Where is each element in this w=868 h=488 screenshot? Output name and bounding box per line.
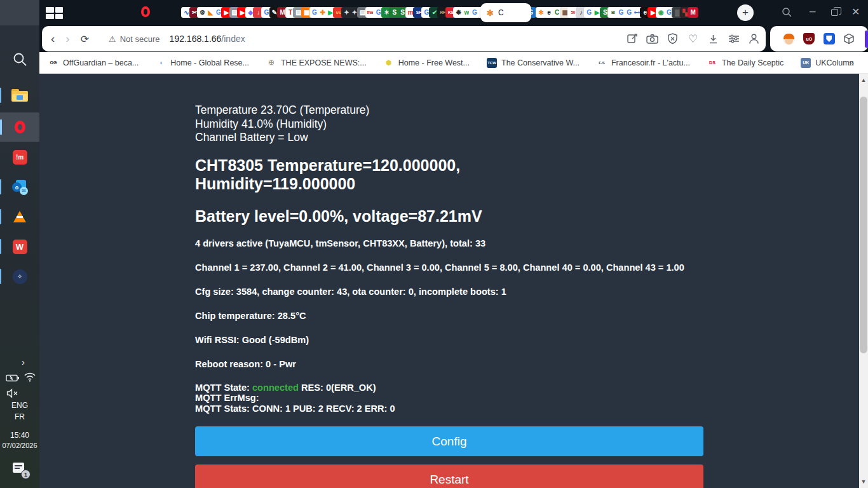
bookmark-item[interactable]: ✠THE EXPOSE NEWS:... [266, 58, 367, 68]
browser-tab[interactable]: ✔ [429, 7, 437, 18]
volume-muted-icon[interactable] [6, 388, 19, 398]
browser-tab[interactable]: M [277, 7, 285, 18]
ublock-extension-icon[interactable]: uO [803, 32, 815, 46]
browser-tab[interactable]: SF [413, 7, 421, 18]
browser-tab[interactable]: ✎ [269, 7, 278, 18]
browser-tab[interactable]: ▶ [325, 7, 334, 18]
taskbar-app-vlc[interactable] [0, 202, 39, 231]
bookmarks-overflow-chevron[interactable]: » [849, 57, 854, 68]
browser-tab[interactable]: ❋ [453, 7, 461, 18]
bitwarden-extension-icon[interactable] [824, 32, 836, 46]
config-button[interactable]: Config [195, 426, 703, 456]
browser-tab[interactable]: ▶ [221, 7, 229, 18]
bookmark-item[interactable]: TCWThe Conservative W... [487, 58, 580, 68]
download-icon[interactable] [707, 32, 720, 46]
browser-tab[interactable]: ✻ [536, 7, 544, 18]
clock[interactable]: 15:40 [0, 431, 39, 440]
opera-menu-icon[interactable] [141, 6, 150, 17]
taskbar-app-opera[interactable] [0, 112, 39, 142]
sidebar-pill-icon[interactable] [865, 30, 868, 48]
browser-tab[interactable]: ▦ [560, 7, 568, 18]
taskbar-app-search[interactable] [0, 44, 39, 74]
close-button[interactable]: ✕ [851, 6, 860, 18]
active-tab[interactable]: ✻ C [480, 3, 531, 22]
browser-tab[interactable]: ∪∪ [333, 7, 341, 18]
bookmark-item[interactable]: OGOffGuardian – beca... [48, 58, 139, 68]
browser-tab[interactable]: w [461, 7, 470, 18]
browser-tab[interactable]: RF [437, 7, 445, 18]
browser-tab[interactable]: ✚ [317, 7, 325, 18]
browser-tab[interactable]: KS [445, 7, 454, 18]
browser-tab[interactable]: ✶ [381, 7, 390, 18]
browser-tab[interactable]: S [600, 7, 608, 18]
browser-tab[interactable]: e [640, 7, 648, 18]
browser-tab[interactable]: free [365, 7, 374, 18]
browser-tab[interactable]: ▓ [672, 7, 680, 18]
browser-tab[interactable]: T [285, 7, 294, 18]
browser-tab[interactable]: G [584, 7, 592, 18]
tweaks-sliders-icon[interactable] [727, 32, 740, 46]
browser-tab[interactable]: G [421, 7, 430, 18]
scroll-down-arrow[interactable]: ▼ [859, 477, 868, 487]
language-indicator[interactable]: ENG [0, 401, 39, 410]
browser-tab[interactable]: ▤ [229, 7, 238, 18]
browser-tab[interactable]: G [616, 7, 624, 18]
snapshot-camera-icon[interactable] [646, 32, 659, 46]
browser-tab[interactable]: ▶ [237, 7, 245, 18]
wifi-icon[interactable] [24, 372, 36, 382]
minimize-button[interactable]: – [810, 5, 815, 18]
security-chip[interactable]: ⚠ Not secure [109, 34, 160, 44]
windows-logo-icon[interactable] [46, 7, 63, 19]
new-tab-button[interactable]: + [737, 4, 754, 21]
browser-tab[interactable]: ▤ [293, 7, 301, 18]
start-button[interactable] [0, 0, 39, 25]
browser-tab[interactable]: ✦ [341, 7, 349, 18]
url-text[interactable]: 192.168.1.66/index [170, 34, 245, 44]
browser-tab[interactable]: ◆ [245, 7, 254, 18]
tray-expand-chevron[interactable]: › [22, 356, 25, 367]
scroll-up-arrow[interactable]: ▲ [859, 75, 868, 85]
browser-tab[interactable]: ◣ [205, 7, 214, 18]
browser-tab[interactable]: ✦ [349, 7, 357, 18]
browser-tab[interactable]: G [373, 7, 381, 18]
bookmark-item[interactable]: DSThe Daily Sceptic [707, 58, 783, 68]
bookmark-item[interactable]: ⬢Home - Free West... [384, 58, 470, 68]
shield-block-icon[interactable] [666, 32, 679, 46]
browser-tab[interactable]: G [309, 7, 318, 18]
taskbar-app-outlook[interactable]: o✉ [0, 172, 39, 201]
browser-tab[interactable]: G [664, 7, 672, 18]
browser-tab[interactable]: ✂ [189, 7, 198, 18]
scrollbar-thumb[interactable] [860, 97, 867, 353]
browser-tab[interactable]: ↓ [253, 7, 261, 18]
bookmark-item[interactable]: UKUKColumn [801, 58, 853, 68]
back-button[interactable]: ‹ [51, 32, 55, 46]
battery-icon[interactable] [6, 374, 20, 383]
browser-tab[interactable]: G [213, 7, 221, 18]
browser-tab[interactable]: ◉ [656, 7, 664, 18]
lion-extension-icon[interactable] [783, 32, 795, 46]
browser-tab[interactable]: ⊷ [632, 7, 640, 18]
bookmark-heart-icon[interactable]: ♡ [686, 32, 700, 46]
notification-center-icon[interactable]: 1 [13, 463, 28, 477]
bookmark-item[interactable]: ◖Home - Global Rese... [156, 58, 249, 68]
browser-tab[interactable]: ▶ [648, 7, 656, 18]
browser-tab[interactable]: ♪ [576, 7, 584, 18]
forward-button[interactable]: › [65, 32, 69, 46]
browser-tab[interactable]: ⚙ [197, 7, 205, 18]
browser-tab[interactable]: ▤ [357, 7, 365, 18]
browser-tab[interactable]: S [397, 7, 405, 18]
browser-tab[interactable]: m [405, 7, 414, 18]
browser-tab[interactable]: G [469, 7, 477, 18]
browser-tab[interactable]: S [389, 7, 397, 18]
share-edit-icon[interactable] [625, 32, 639, 46]
browser-tab[interactable]: ▚ [680, 7, 688, 18]
restore-button[interactable] [831, 9, 838, 16]
taskbar-app-music-app[interactable]: !m [0, 142, 39, 172]
taskbar-app-explorer[interactable] [0, 81, 39, 110]
browser-tab[interactable]: G [261, 7, 269, 18]
browser-tab[interactable]: 50 [567, 7, 576, 18]
reload-button[interactable]: ⟳ [81, 33, 89, 45]
taskbar-app-wps[interactable]: W [0, 232, 39, 261]
browser-tab[interactable]: ▦ [301, 7, 309, 18]
profile-icon[interactable] [747, 32, 761, 46]
